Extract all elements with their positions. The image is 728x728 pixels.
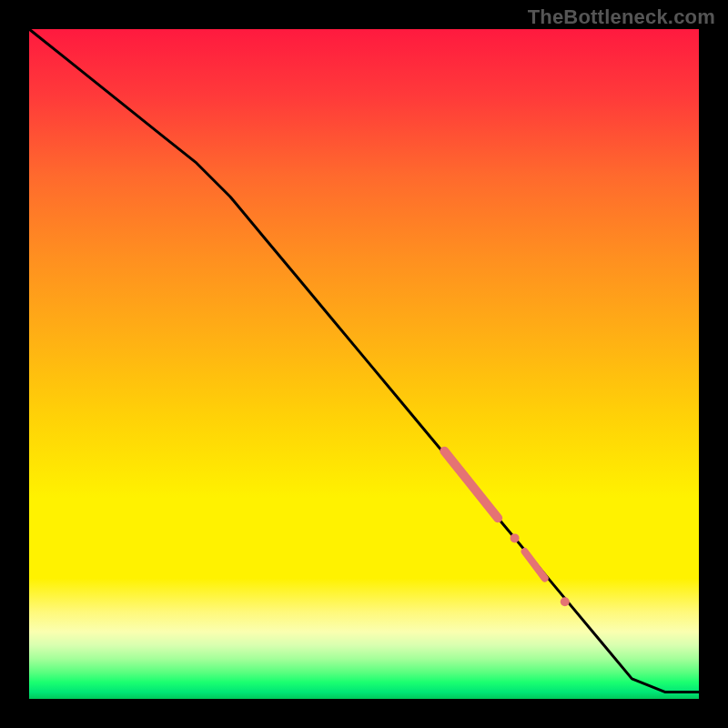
marker-point: [511, 533, 520, 542]
marker-segment: [444, 451, 498, 519]
curve-line: [29, 29, 699, 693]
marker-point: [561, 597, 570, 606]
chart-stage: TheBottleneck.com: [0, 0, 728, 728]
main-curve-path: [29, 29, 699, 693]
watermark-label: TheBottleneck.com: [528, 5, 715, 29]
chart-overlay: [29, 29, 699, 699]
marker-segment: [525, 551, 545, 578]
